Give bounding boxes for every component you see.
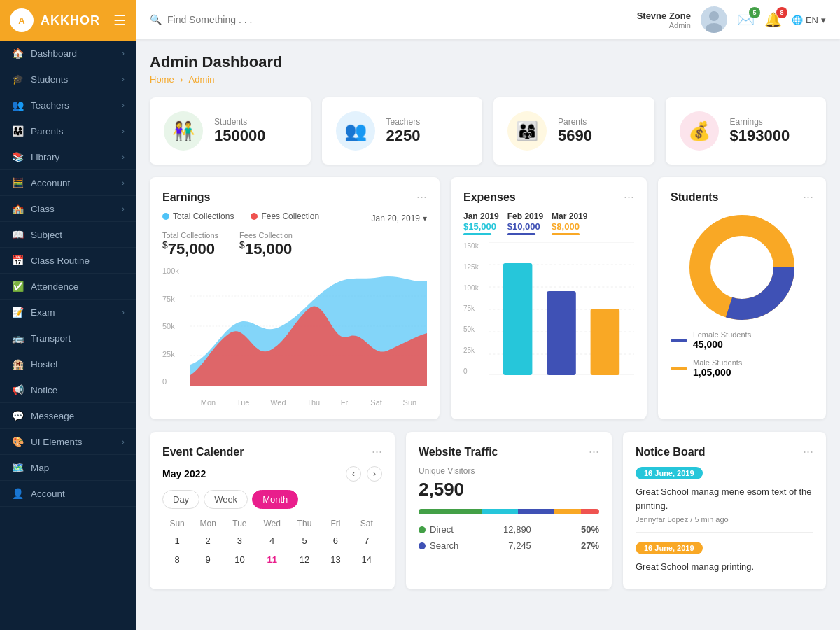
expenses-title: Expenses (463, 191, 516, 204)
nav-arrow-icon: › (122, 178, 125, 187)
svg-rect-15 (547, 291, 576, 375)
notice-text-2: Great School manag printing. (636, 560, 813, 574)
tab-day[interactable]: Day (162, 490, 200, 509)
notif-badge: 8 (776, 7, 788, 18)
cal-day[interactable]: 1 (162, 531, 192, 550)
search-box: 🔍 (150, 14, 627, 25)
logo-text: AKKHOR (41, 13, 100, 28)
sidebar-item-dashboard[interactable]: 🏠 Dashboard › (0, 41, 136, 66)
nav-label: Account (31, 489, 65, 499)
sidebar-item-library[interactable]: 📚 Library › (0, 144, 136, 170)
cal-day[interactable]: 10 (224, 550, 255, 569)
sidebar-item-transport[interactable]: 🚌 Transport (0, 326, 136, 351)
cal-day-highlight[interactable]: 11 (255, 550, 289, 569)
date-filter[interactable]: Jan 20, 2019 ▾ (372, 214, 427, 223)
stat-icon: 👥 (336, 111, 375, 150)
cal-day[interactable]: 12 (289, 550, 320, 569)
calendar-prev-btn[interactable]: ‹ (346, 466, 361, 482)
earnings-values: Total Collections$75,000 Fees Collection… (162, 231, 427, 258)
sidebar-item-subject[interactable]: 📖 Subject (0, 222, 136, 248)
sidebar-item-ui-elements[interactable]: 🎨 UI Elements › (0, 429, 136, 455)
traffic-bar (419, 509, 599, 514)
tab-month[interactable]: Month (252, 490, 298, 509)
nav-label: Messeage (31, 411, 74, 421)
sidebar-item-class[interactable]: 🏫 Class › (0, 196, 136, 222)
nav-arrow-icon: › (122, 438, 125, 446)
nav-icon: 💬 (11, 410, 24, 421)
stat-card-parents: 👨‍👩‍👧 Parents 5690 (493, 97, 654, 164)
sidebar-item-class-routine[interactable]: 📅 Class Routine (0, 248, 136, 274)
sidebar-header: A AKKHOR ☰ (0, 0, 136, 41)
sidebar-item-students[interactable]: 🎓 Students › (0, 66, 136, 92)
page-title: Admin Dashboard (150, 53, 826, 71)
table-row: 1 2 3 4 5 6 7 (162, 531, 382, 550)
students-menu[interactable]: ··· (803, 190, 813, 204)
stat-value: 5690 (558, 127, 592, 145)
sidebar-item-attendence[interactable]: ✅ Attendence (0, 274, 136, 300)
svg-rect-16 (591, 309, 620, 375)
calendar-menu[interactable]: ··· (372, 444, 382, 459)
nav-arrow-icon: › (122, 127, 125, 135)
earnings-menu[interactable]: ··· (416, 190, 427, 204)
nav-icon: 🏠 (11, 48, 24, 59)
notice-date-1: 16 June, 2019 (636, 467, 703, 479)
cal-day[interactable]: 13 (320, 550, 351, 569)
cal-day[interactable]: 4 (255, 531, 289, 550)
main-area: 🔍 Stevne Zone Admin ✉️ 5 🔔 8 🌐 EN ▾ (136, 0, 840, 630)
sidebar-item-account[interactable]: 👤 Account (0, 481, 136, 507)
donut-chart (671, 211, 813, 323)
avatar[interactable] (701, 6, 727, 33)
nav-icon: 🎓 (11, 74, 24, 85)
cal-day[interactable]: 6 (320, 531, 351, 550)
website-traffic-card: Website Traffic ··· Unique Visitors 2,59… (406, 432, 612, 589)
notice-text-1: Great School manag mene esom text of the… (636, 485, 813, 512)
sidebar-item-parents[interactable]: 👨‍👩‍👧 Parents › (0, 118, 136, 144)
sidebar-item-notice[interactable]: 📢 Notice (0, 377, 136, 403)
stat-value: 150000 (214, 127, 265, 145)
expenses-card: Expenses ··· Jan 2019 $15,000 Feb 2019 $… (451, 177, 647, 419)
notice-author-1: Jennyfar Lopez / 5 min ago (636, 515, 813, 524)
traffic-row-direct: Direct 12,890 50% (419, 524, 599, 535)
hamburger-icon[interactable]: ☰ (113, 12, 126, 29)
search-input[interactable] (167, 14, 307, 25)
nav-icon: 📚 (11, 151, 24, 162)
sidebar-item-map[interactable]: 🗺️ Map (0, 455, 136, 481)
sidebar-item-teachers[interactable]: 👥 Teachers › (0, 92, 136, 118)
calendar-title: Event Calender (162, 446, 244, 458)
nav-label: Parents (31, 126, 64, 136)
notice-board-menu[interactable]: ··· (803, 444, 813, 459)
cal-day[interactable]: 3 (224, 531, 255, 550)
calendar-next-btn[interactable]: › (367, 466, 382, 482)
expenses-menu[interactable]: ··· (624, 190, 634, 204)
stat-value: $193000 (730, 127, 790, 145)
students-card: Students ··· Female Students (658, 177, 826, 419)
sidebar-item-exam[interactable]: 📝 Exam › (0, 300, 136, 326)
nav-label: Library (31, 152, 59, 162)
nav-label: Subject (31, 230, 62, 240)
mail-icon[interactable]: ✉️ 5 (737, 11, 755, 28)
visitors-count: 2,590 (419, 479, 599, 500)
cal-day[interactable]: 2 (192, 531, 224, 550)
sidebar-item-acconunt[interactable]: 🧮 Acconunt › (0, 170, 136, 196)
language-selector[interactable]: 🌐 EN ▾ (792, 15, 826, 25)
content-area: Admin Dashboard Home › Admin 👫 Students … (136, 39, 840, 630)
traffic-menu[interactable]: ··· (589, 444, 599, 459)
tab-week[interactable]: Week (204, 490, 248, 509)
cal-day[interactable]: 8 (162, 550, 192, 569)
nav-icon: 🗺️ (11, 462, 24, 473)
nav-icon: 👤 (11, 488, 24, 499)
cal-day[interactable]: 5 (289, 531, 320, 550)
nav-list: 🏠 Dashboard › 🎓 Students › 👥 Teachers › … (0, 41, 136, 507)
nav-arrow-icon: › (122, 101, 125, 109)
nav-label: Dashboard (31, 48, 77, 59)
topbar-right: Stevne Zone Admin ✉️ 5 🔔 8 🌐 EN ▾ (637, 6, 826, 33)
cal-day[interactable]: 7 (351, 531, 382, 550)
svg-point-0 (709, 11, 719, 21)
cal-day[interactable]: 9 (192, 550, 224, 569)
sidebar-item-hostel[interactable]: 🏨 Hostel (0, 351, 136, 377)
notification-icon[interactable]: 🔔 8 (764, 11, 782, 28)
notice-item-2: 16 June, 2019 Great School manag printin… (636, 541, 813, 574)
nav-icon: 🏫 (11, 203, 24, 214)
cal-day[interactable]: 14 (351, 550, 382, 569)
sidebar-item-messeage[interactable]: 💬 Messeage (0, 403, 136, 429)
